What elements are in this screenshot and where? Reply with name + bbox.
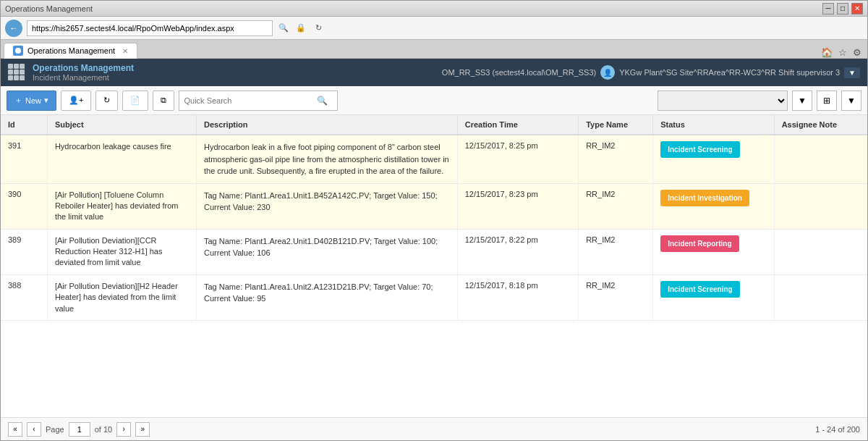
cell-status: Incident Investigation bbox=[653, 183, 774, 229]
nav-user-text: OM_RR_SS3 (sectest4.local\OM_RR_SS3) bbox=[442, 68, 596, 77]
minimize-button[interactable]: ─ bbox=[822, 3, 834, 14]
toolbar: ＋ New ▾ 👤+ ↻ 📄 ⧉ 🔍 bbox=[1, 86, 867, 115]
table-row[interactable]: 389 [Air Pollution Deviation][CCR Reduct… bbox=[1, 229, 867, 274]
cell-id: 388 bbox=[1, 274, 47, 320]
title-bar-text: Operations Management bbox=[5, 4, 93, 13]
cell-status: Incident Reporting bbox=[653, 229, 774, 274]
search-button[interactable]: 🔍 bbox=[317, 96, 328, 106]
cell-assignee-note bbox=[774, 229, 867, 274]
search-box: 🔍 bbox=[179, 91, 338, 111]
page-number-input[interactable] bbox=[69, 422, 90, 437]
filter-dropdown[interactable] bbox=[658, 91, 788, 111]
copy-button[interactable]: ⧉ bbox=[153, 91, 174, 111]
tab-close-button[interactable]: ✕ bbox=[122, 47, 128, 55]
refresh-button[interactable]: ↻ bbox=[95, 91, 118, 111]
address-bar: ← 🔍 🔒 ↻ bbox=[1, 17, 867, 40]
cell-status: Incident Screening bbox=[653, 274, 774, 320]
col-subject[interactable]: Subject bbox=[47, 115, 196, 135]
back-button[interactable]: ← bbox=[5, 20, 22, 37]
more-icon: ▼ bbox=[847, 96, 856, 106]
app-container: Operations Management Incident Managemen… bbox=[1, 59, 867, 440]
cell-subject: [Air Pollution Deviation][H2 Header Heat… bbox=[47, 274, 196, 320]
settings-icon[interactable]: ⚙ bbox=[853, 47, 861, 58]
pagination-range: 1 - 24 of 200 bbox=[815, 425, 860, 434]
cell-type-name: RR_IM2 bbox=[579, 183, 653, 229]
tab-bar: Operations Management ✕ 🏠 ☆ ⚙ bbox=[1, 40, 867, 59]
browser-frame: Operations Management ─ □ ✕ ← 🔍 🔒 ↻ Oper… bbox=[0, 0, 868, 441]
cell-id: 389 bbox=[1, 229, 47, 274]
next-page-button[interactable]: › bbox=[116, 422, 131, 437]
lock-icon: 🔒 bbox=[294, 22, 307, 35]
table-row[interactable]: 388 [Air Pollution Deviation][H2 Header … bbox=[1, 274, 867, 320]
refresh-icon: ↻ bbox=[103, 96, 110, 105]
page-label: Page bbox=[46, 425, 64, 434]
status-badge: Incident Screening bbox=[660, 281, 739, 298]
col-status[interactable]: Status bbox=[653, 115, 774, 135]
star-icon[interactable]: ☆ bbox=[838, 47, 847, 58]
first-page-button[interactable]: « bbox=[8, 422, 22, 437]
app-grid-button[interactable] bbox=[8, 64, 25, 81]
toolbar-right: ▼ ⊞ ▼ bbox=[658, 91, 861, 111]
home-icon[interactable]: 🏠 bbox=[821, 47, 833, 58]
export-icon: 📄 bbox=[130, 96, 140, 105]
col-type-name[interactable]: Type Name bbox=[579, 115, 653, 135]
table-row[interactable]: 390 [Air Pollution] [Toluene Column Rebo… bbox=[1, 183, 867, 229]
col-creation-time[interactable]: Creation Time bbox=[457, 115, 578, 135]
col-description[interactable]: Description bbox=[197, 115, 458, 135]
columns-icon: ⊞ bbox=[823, 96, 830, 106]
status-badge: Incident Reporting bbox=[660, 235, 739, 252]
nav-user-info: OM_RR_SS3 (sectest4.local\OM_RR_SS3) 👤 Y… bbox=[442, 65, 860, 80]
add-user-button[interactable]: 👤+ bbox=[61, 91, 91, 111]
plus-icon: ＋ bbox=[14, 95, 22, 106]
cell-id: 391 bbox=[1, 135, 47, 183]
cell-creation-time: 12/15/2017, 8:18 pm bbox=[457, 274, 578, 320]
active-tab[interactable]: Operations Management ✕ bbox=[4, 43, 137, 59]
cell-subject: [Air Pollution] [Toluene Column Reboiler… bbox=[47, 183, 196, 229]
filter-icon: ▼ bbox=[798, 96, 807, 106]
filter-button[interactable]: ▼ bbox=[792, 91, 812, 111]
status-badge: Incident Investigation bbox=[660, 190, 749, 206]
close-button[interactable]: ✕ bbox=[851, 3, 863, 14]
nav-dropdown-button[interactable]: ▼ bbox=[844, 67, 860, 78]
title-bar-controls: ─ □ ✕ bbox=[822, 3, 863, 14]
search-address-icon[interactable]: 🔍 bbox=[277, 22, 290, 35]
col-assignee-note[interactable]: Assignee Note bbox=[774, 115, 867, 135]
new-button[interactable]: ＋ New ▾ bbox=[7, 91, 56, 111]
new-label: New bbox=[25, 96, 41, 105]
prev-page-button[interactable]: ‹ bbox=[27, 422, 41, 437]
cell-subject: [Air Pollution Deviation][CCR Reduction … bbox=[47, 229, 196, 274]
user-avatar: 👤 bbox=[600, 65, 615, 80]
cell-description: Tag Name: Plant1.Area1.Unit2.A1231D21B.P… bbox=[197, 274, 458, 320]
cell-assignee-note bbox=[774, 274, 867, 320]
copy-icon: ⧉ bbox=[161, 96, 166, 105]
status-badge: Incident Screening bbox=[660, 141, 739, 158]
browser-right-icons: 🏠 ☆ ⚙ bbox=[821, 47, 864, 58]
title-bar: Operations Management ─ □ ✕ bbox=[1, 1, 867, 17]
nav-title: Operations Management Incident Managemen… bbox=[33, 63, 134, 82]
person-add-icon: 👤+ bbox=[69, 96, 83, 105]
cell-creation-time: 12/15/2017, 8:25 pm bbox=[457, 135, 578, 183]
cell-status: Incident Screening bbox=[653, 135, 774, 183]
cell-creation-time: 12/15/2017, 8:22 pm bbox=[457, 229, 578, 274]
table-container: Id Subject Description Creation Time Typ… bbox=[1, 115, 867, 417]
nav-app-title: Operations Management bbox=[33, 63, 134, 73]
refresh-icon[interactable]: ↻ bbox=[312, 22, 325, 35]
new-dropdown-icon: ▾ bbox=[44, 96, 48, 105]
col-id[interactable]: Id bbox=[1, 115, 47, 135]
cell-subject: Hydrocarbon leakage causes fire bbox=[47, 135, 196, 183]
address-input[interactable] bbox=[27, 20, 273, 36]
search-input[interactable] bbox=[184, 96, 314, 105]
table-row[interactable]: 391 Hydrocarbon leakage causes fire Hydr… bbox=[1, 135, 867, 183]
maximize-button[interactable]: □ bbox=[837, 3, 848, 14]
main-table: Id Subject Description Creation Time Typ… bbox=[1, 115, 867, 321]
cell-assignee-note bbox=[774, 183, 867, 229]
last-page-button[interactable]: » bbox=[135, 422, 150, 437]
export-button[interactable]: 📄 bbox=[122, 91, 148, 111]
tab-label: Operations Management bbox=[27, 46, 115, 55]
nav-user-role: YKGw Plant^SG Site^RRArea^RR-WC3^RR Shif… bbox=[619, 68, 840, 77]
page-of-label: of 10 bbox=[95, 425, 112, 434]
cell-id: 390 bbox=[1, 183, 47, 229]
cell-description: Tag Name: Plant1.Area2.Unit1.D402B121D.P… bbox=[197, 229, 458, 274]
more-button[interactable]: ▼ bbox=[841, 91, 861, 111]
columns-button[interactable]: ⊞ bbox=[817, 91, 837, 111]
